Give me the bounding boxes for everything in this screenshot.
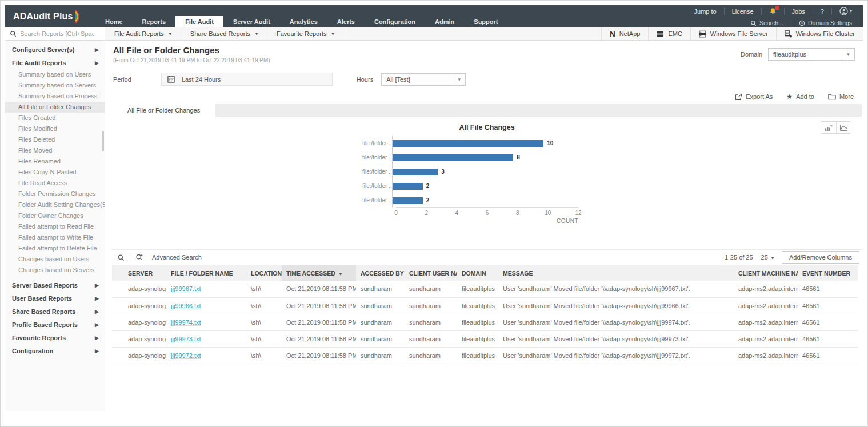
global-search-button[interactable]: Search...: [745, 19, 789, 26]
sidebar-section-configuration[interactable]: Configuration ▶: [5, 344, 105, 357]
chevron-down-icon: ▾: [850, 9, 852, 14]
sidebar-section-favourite-reports[interactable]: Favourite Reports ▶: [5, 331, 105, 344]
sidebar-item-files-deleted[interactable]: Files Deleted: [5, 134, 105, 145]
share-based-reports-menu[interactable]: Share Based Reports ▾: [181, 27, 267, 40]
col-event-number[interactable]: EVENT NUMBER: [798, 265, 858, 281]
sidebar-item-files-moved[interactable]: Files Moved: [5, 145, 105, 156]
windows-file-cluster-button[interactable]: Windows File Cluster: [776, 27, 863, 40]
nav-server-audit[interactable]: Server Audit: [223, 16, 280, 27]
sidebar-item-failed-attempt-to-delete-file[interactable]: Failed attempt to Delete File: [5, 243, 105, 254]
sidebar-section-user-based-reports[interactable]: User Based Reports ▶: [5, 292, 105, 305]
sidebar-item-folder-permission-changes[interactable]: Folder Permission Changes: [5, 189, 105, 199]
nav-file-audit[interactable]: File Audit: [175, 16, 223, 27]
notifications-bell-icon[interactable]: [764, 7, 782, 15]
export-as-button[interactable]: Export As: [735, 93, 773, 101]
col-accessed-by[interactable]: ACCESSED BY: [356, 265, 405, 281]
user-account-icon[interactable]: ▾: [834, 7, 857, 15]
sidebar-item-folder-audit-setting-changes[interactable]: Folder Audit Setting Changes(SACL): [5, 199, 105, 210]
help-link[interactable]: ?: [815, 8, 829, 15]
add-to-button[interactable]: ★ Add to: [786, 93, 814, 101]
nav-reports[interactable]: Reports: [133, 16, 176, 27]
nav-home[interactable]: Home: [95, 16, 133, 27]
sidebar-section-configured-servers[interactable]: Configured Server(s) ▶: [5, 43, 105, 56]
pagination-range: 1-25 of 25: [725, 254, 753, 261]
bar[interactable]: [393, 183, 423, 190]
report-actions: Export As ★ Add to More: [105, 93, 854, 101]
chevron-down-icon: ▾: [255, 31, 258, 37]
license-link[interactable]: License: [727, 8, 759, 15]
sidebar-item-changes-based-on-servers[interactable]: Changes based on Servers: [5, 265, 105, 276]
windows-file-server-button[interactable]: Windows File Server: [690, 27, 776, 40]
jump-to-link[interactable]: Jump to: [689, 8, 722, 15]
hours-select[interactable]: All [Test] ▾: [381, 73, 466, 86]
favourite-reports-menu[interactable]: Favourite Reports ▾: [267, 27, 343, 40]
cell-file-link[interactable]: jjj99973.txt: [166, 330, 246, 347]
chart-type-bar-button[interactable]: [821, 122, 836, 133]
sidebar-item-folder-owner-changes[interactable]: Folder Owner Changes: [5, 210, 105, 221]
sidebar-item-failed-attempt-to-read-file[interactable]: Failed attempt to Read File: [5, 221, 105, 232]
col-time-accessed[interactable]: TIME ACCESSED▼: [282, 265, 356, 281]
sidebar-item-files-modified[interactable]: Files Modified: [5, 123, 105, 134]
report-search-box[interactable]: [5, 27, 105, 40]
page-size-select[interactable]: 25 ▾: [761, 254, 774, 261]
tab-all-file-or-folder-changes[interactable]: All File or Folder Changes: [112, 104, 215, 117]
col-message[interactable]: MESSAGE: [498, 265, 734, 281]
col-server[interactable]: SERVER: [112, 265, 166, 281]
chevron-right-icon: ▶: [95, 348, 99, 354]
sidebar-item-summary-based-on-servers[interactable]: Summary based on Servers: [5, 80, 105, 91]
col-client-machine-name[interactable]: CLIENT MACHINE NAME: [734, 265, 798, 281]
more-button[interactable]: More: [828, 93, 854, 100]
cell-accessed-by: sundharam: [356, 314, 405, 330]
advanced-search-icon[interactable]: [130, 253, 149, 261]
sidebar-section-profile-based-reports[interactable]: Profile Based Reports ▶: [5, 318, 105, 331]
sidebar-section-file-audit-reports[interactable]: File Audit Reports ▶: [5, 56, 105, 69]
sidebar-item-summary-based-on-process[interactable]: Summary based on Process: [5, 91, 105, 102]
add-remove-columns-button[interactable]: Add/Remove Columns: [782, 251, 859, 264]
cell-domain: fileauditplus: [457, 330, 498, 347]
divider: [813, 8, 813, 15]
cell-file-link[interactable]: jjj99967.txt: [166, 281, 246, 297]
sidebar-item-file-read-access[interactable]: File Read Access: [5, 178, 105, 189]
advanced-search-label[interactable]: Advanced Search: [152, 254, 202, 261]
nav-configuration[interactable]: Configuration: [365, 16, 425, 27]
sidebar-scrollbar[interactable]: [102, 131, 104, 151]
col-location[interactable]: LOCATION: [246, 265, 282, 281]
period-field[interactable]: Last 24 Hours: [161, 73, 333, 86]
nav-alerts[interactable]: Alerts: [327, 16, 365, 27]
col-client-user-name[interactable]: CLIENT USER NAME: [405, 265, 457, 281]
cell-file-link[interactable]: jjj99966.txt: [166, 297, 246, 314]
bar[interactable]: [393, 169, 438, 175]
nav-admin[interactable]: Admin: [425, 16, 464, 27]
file-server-icon: [699, 30, 706, 38]
cell-file-link[interactable]: jjj99972.txt: [166, 347, 246, 364]
col-domain[interactable]: DOMAIN: [457, 265, 498, 281]
bar[interactable]: [393, 197, 423, 204]
sidebar-section-share-based-reports[interactable]: Share Based Reports ▶: [5, 305, 105, 318]
nav-analytics[interactable]: Analytics: [280, 16, 327, 27]
sidebar-item-summary-based-on-users[interactable]: Summary based on Users: [5, 69, 105, 80]
sidebar-item-files-created[interactable]: Files Created: [5, 113, 105, 123]
sidebar-item-failed-attempt-to-write-file[interactable]: Failed attempt to Write File: [5, 232, 105, 243]
chevron-down-icon: ▾: [453, 74, 465, 85]
table-header-row: SERVER FILE / FOLDER NAME LOCATION TIME …: [112, 265, 858, 281]
sidebar-item-files-renamed[interactable]: Files Renamed: [5, 156, 105, 167]
search-reports-input[interactable]: [20, 30, 94, 37]
emc-button[interactable]: EMC: [648, 27, 690, 40]
domain-settings-button[interactable]: Domain Settings: [794, 19, 857, 26]
sidebar-item-files-copy-n-pasted[interactable]: Files Copy-N-Pasted: [5, 167, 105, 178]
bar[interactable]: [393, 154, 513, 161]
jobs-link[interactable]: Jobs: [787, 8, 810, 15]
nav-support[interactable]: Support: [464, 16, 507, 27]
sidebar-item-changes-based-on-users[interactable]: Changes based on Users: [5, 254, 105, 265]
chart-type-line-button[interactable]: [836, 122, 851, 133]
table-search-icon[interactable]: [112, 254, 130, 261]
netapp-button[interactable]: N NetApp: [601, 27, 648, 40]
file-audit-reports-menu[interactable]: File Audit Reports ▾: [105, 27, 181, 40]
cell-file-link[interactable]: jjj99974.txt: [166, 314, 246, 330]
domain-select[interactable]: fileauditplus ▾: [768, 48, 855, 61]
category-label: file:/folder ...: [362, 197, 392, 203]
sidebar-section-server-based-reports[interactable]: Server Based Reports ▶: [5, 278, 105, 292]
bar[interactable]: [393, 140, 543, 147]
col-file-folder-name[interactable]: FILE / FOLDER NAME: [166, 265, 246, 281]
sidebar-item-all-file-or-folder-changes[interactable]: All File or Folder Changes: [5, 102, 105, 113]
